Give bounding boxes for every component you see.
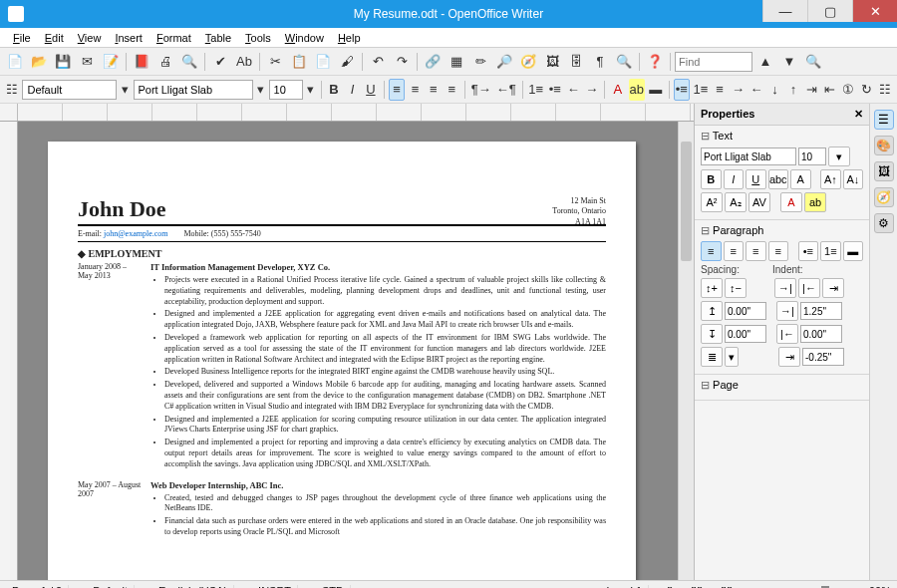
redo-button[interactable]: ↷ — [391, 51, 413, 73]
email-button[interactable]: ✉ — [76, 51, 98, 73]
size-dropdown[interactable]: ▾ — [306, 79, 316, 101]
preview-button[interactable]: 🔍 — [178, 51, 200, 73]
zoom-button[interactable]: 🔍 — [613, 51, 635, 73]
menu-help[interactable]: Help — [331, 30, 368, 46]
cut-button[interactable]: ✂ — [264, 51, 286, 73]
paste-button[interactable]: 📄 — [312, 51, 334, 73]
save-button[interactable]: 💾 — [52, 51, 74, 73]
status-insert[interactable]: INSRT — [252, 585, 298, 589]
panel-bgcolor[interactable]: ▬ — [843, 241, 864, 261]
panel-align-left[interactable]: ≡ — [701, 241, 722, 261]
panel-font-size[interactable] — [798, 147, 826, 165]
new-doc-button[interactable]: 📄 — [4, 51, 26, 73]
panel-bullets[interactable]: •≡ — [798, 241, 819, 261]
minimize-button[interactable]: — — [762, 0, 807, 22]
menu-window[interactable]: Window — [278, 30, 331, 46]
number-list-button[interactable]: 1≡ — [527, 79, 544, 101]
space-above[interactable] — [725, 302, 766, 320]
panel-bold[interactable]: B — [701, 169, 722, 189]
panel-font-color[interactable]: A — [780, 192, 802, 212]
indent-firstline[interactable] — [802, 348, 844, 366]
inc-indent[interactable]: →| — [774, 278, 796, 298]
status-zoom[interactable]: 90% — [869, 585, 891, 589]
promote-button[interactable]: ← — [748, 79, 763, 101]
rail-gallery-icon[interactable]: 🖼 — [874, 161, 894, 181]
superscript[interactable]: A² — [701, 192, 723, 212]
outdent-button[interactable]: ← — [566, 79, 581, 101]
indent-before[interactable] — [800, 302, 842, 320]
find-prev-button[interactable]: ▲ — [754, 51, 776, 73]
italic-button[interactable]: I — [345, 79, 360, 101]
font-color-button[interactable]: A — [610, 79, 625, 101]
panel-italic[interactable]: I — [724, 169, 745, 189]
paragraph-style-field[interactable] — [22, 80, 117, 100]
vertical-ruler[interactable] — [0, 122, 18, 580]
bgcolor-button[interactable]: ▬ — [648, 79, 663, 101]
edit-doc-button[interactable]: 📝 — [100, 51, 122, 73]
menu-table[interactable]: Table — [198, 30, 238, 46]
restart-num-button[interactable]: ↻ — [859, 79, 874, 101]
close-button[interactable]: ✕ — [852, 0, 897, 22]
autospell-button[interactable]: Ab — [233, 51, 255, 73]
menu-view[interactable]: View — [71, 30, 109, 46]
ltr-button[interactable]: ¶→ — [470, 79, 492, 101]
view-multi-icon[interactable]: ▯▯ — [691, 584, 703, 588]
highlight-button[interactable]: ab — [629, 79, 645, 101]
indent-button[interactable]: → — [584, 79, 599, 101]
view-single-icon[interactable]: ▯ — [667, 584, 673, 588]
find-field[interactable] — [675, 52, 752, 72]
align-left-button[interactable]: ≡ — [389, 79, 404, 101]
bullets-dlg-button[interactable]: ☷ — [877, 79, 892, 101]
export-pdf-button[interactable]: 📕 — [131, 51, 152, 73]
show-draw-button[interactable]: ✏ — [469, 51, 491, 73]
email-link[interactable]: john@example.com — [104, 229, 167, 238]
horizontal-ruler[interactable] — [0, 104, 694, 122]
underline-button[interactable]: U — [363, 79, 378, 101]
panel-align-right[interactable]: ≡ — [746, 241, 766, 261]
status-language[interactable]: English (USA) — [152, 585, 234, 589]
style-dropdown[interactable]: ▾ — [120, 79, 130, 101]
shrink-font[interactable]: A↓ — [843, 169, 864, 189]
panel-close-icon[interactable]: ✕ — [854, 108, 863, 121]
inc-spacing[interactable]: ↕+ — [701, 278, 723, 298]
view-book-icon[interactable]: ▯▯ — [721, 584, 733, 588]
rtl-button[interactable]: ←¶ — [495, 79, 517, 101]
page-section-label[interactable]: Page — [701, 379, 863, 392]
panel-strike[interactable]: abc — [768, 169, 789, 189]
panel-highlight[interactable]: ab — [804, 192, 826, 212]
rail-properties-icon[interactable]: ☰ — [874, 110, 894, 130]
menu-insert[interactable]: Insert — [108, 30, 150, 46]
text-section-label[interactable]: Text — [701, 130, 863, 143]
bullet-list-button[interactable]: •≡ — [547, 79, 562, 101]
rail-navigator-icon[interactable]: 🧭 — [874, 187, 894, 207]
nonprint-button[interactable]: ¶ — [589, 51, 611, 73]
help-button[interactable]: ❓ — [644, 51, 666, 73]
font-dropdown[interactable]: ▾ — [256, 79, 266, 101]
print-button[interactable]: 🖨 — [154, 51, 176, 73]
panel-align-center[interactable]: ≡ — [724, 241, 745, 261]
find-next-button[interactable]: ▼ — [778, 51, 800, 73]
panel-shadow[interactable]: A — [790, 169, 811, 189]
maximize-button[interactable]: ▢ — [807, 0, 852, 22]
menu-format[interactable]: Format — [150, 30, 198, 46]
dec-indent[interactable]: |← — [798, 278, 820, 298]
menu-tools[interactable]: Tools — [238, 30, 278, 46]
rail-styles-icon[interactable]: 🎨 — [874, 136, 894, 155]
panel-font-name[interactable] — [701, 147, 796, 165]
menu-file[interactable]: File — [6, 30, 38, 46]
datasources-button[interactable]: 🗄 — [565, 51, 587, 73]
hyperlink-button[interactable]: 🔗 — [422, 51, 444, 73]
insert-num-button[interactable]: ① — [841, 79, 856, 101]
move-up-button[interactable]: ↑ — [785, 79, 800, 101]
spellcheck-button[interactable]: ✔ — [209, 51, 231, 73]
subscript[interactable]: A₂ — [725, 192, 747, 212]
zoom-slider[interactable]: −+ — [750, 585, 851, 589]
panel-align-justify[interactable]: ≡ — [768, 241, 789, 261]
font-size-field[interactable] — [269, 80, 303, 100]
grow-font[interactable]: A↑ — [820, 169, 841, 189]
bold-button[interactable]: B — [326, 79, 341, 101]
font-name-field[interactable] — [134, 80, 253, 100]
align-right-button[interactable]: ≡ — [426, 79, 441, 101]
rail-functions-icon[interactable]: ⚙ — [874, 213, 894, 233]
status-style[interactable]: Default — [87, 585, 135, 589]
